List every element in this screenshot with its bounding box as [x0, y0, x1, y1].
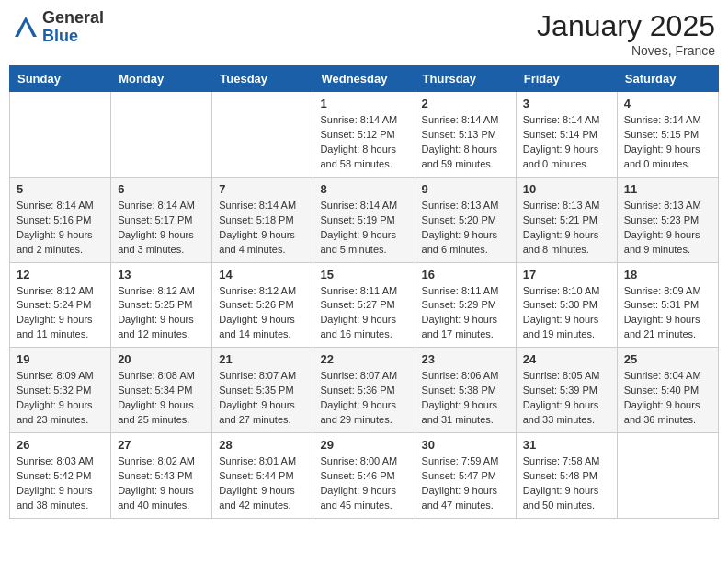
- calendar-cell: 17Sunrise: 8:10 AMSunset: 5:30 PMDayligh…: [516, 262, 617, 348]
- day-number: 17: [523, 268, 610, 282]
- day-header-thursday: Thursday: [415, 66, 516, 92]
- calendar-cell: 26Sunrise: 8:03 AMSunset: 5:42 PMDayligh…: [10, 433, 111, 519]
- day-info: Sunrise: 8:13 AMSunset: 5:21 PMDaylight:…: [523, 199, 610, 258]
- calendar-cell: 21Sunrise: 8:07 AMSunset: 5:35 PMDayligh…: [212, 348, 313, 433]
- day-info: Sunrise: 8:10 AMSunset: 5:30 PMDaylight:…: [523, 284, 610, 343]
- day-number: 14: [219, 268, 306, 282]
- day-number: 4: [624, 97, 711, 110]
- day-info: Sunrise: 8:14 AMSunset: 5:14 PMDaylight:…: [523, 113, 610, 172]
- day-header-monday: Monday: [111, 66, 212, 92]
- day-header-sunday: Sunday: [10, 66, 111, 92]
- day-number: 9: [422, 182, 509, 196]
- day-number: 31: [523, 438, 610, 452]
- day-number: 24: [523, 352, 610, 366]
- calendar-cell: 14Sunrise: 8:12 AMSunset: 5:26 PMDayligh…: [212, 262, 313, 348]
- title-block: January 2025 Noves, France: [537, 9, 715, 58]
- logo-general-text: General: [42, 8, 104, 27]
- logo: General Blue: [13, 9, 104, 46]
- day-info: Sunrise: 8:12 AMSunset: 5:26 PMDaylight:…: [219, 284, 306, 343]
- calendar-cell: 2Sunrise: 8:14 AMSunset: 5:13 PMDaylight…: [415, 92, 516, 178]
- day-number: 12: [17, 268, 104, 282]
- calendar-cell: [10, 92, 111, 178]
- calendar-week-1: 1Sunrise: 8:14 AMSunset: 5:12 PMDaylight…: [10, 92, 719, 178]
- calendar-cell: 11Sunrise: 8:13 AMSunset: 5:23 PMDayligh…: [617, 177, 718, 262]
- calendar-cell: 13Sunrise: 8:12 AMSunset: 5:25 PMDayligh…: [111, 262, 212, 348]
- day-info: Sunrise: 8:12 AMSunset: 5:25 PMDaylight:…: [118, 284, 205, 343]
- day-number: 10: [523, 182, 610, 196]
- day-number: 22: [320, 352, 407, 366]
- day-info: Sunrise: 8:14 AMSunset: 5:16 PMDaylight:…: [17, 199, 104, 258]
- day-info: Sunrise: 8:14 AMSunset: 5:19 PMDaylight:…: [320, 199, 407, 258]
- day-number: 30: [422, 438, 509, 452]
- calendar-cell: 4Sunrise: 8:14 AMSunset: 5:15 PMDaylight…: [617, 92, 718, 178]
- calendar-cell: 18Sunrise: 8:09 AMSunset: 5:31 PMDayligh…: [617, 262, 718, 348]
- day-info: Sunrise: 8:11 AMSunset: 5:27 PMDaylight:…: [320, 284, 407, 343]
- day-number: 19: [17, 352, 104, 366]
- day-number: 1: [320, 97, 407, 110]
- day-number: 2: [422, 97, 509, 110]
- calendar-cell: 31Sunrise: 7:58 AMSunset: 5:48 PMDayligh…: [516, 433, 617, 519]
- location: Noves, France: [537, 43, 715, 58]
- day-header-saturday: Saturday: [617, 66, 718, 92]
- calendar-cell: 10Sunrise: 8:13 AMSunset: 5:21 PMDayligh…: [516, 177, 617, 262]
- day-info: Sunrise: 8:04 AMSunset: 5:40 PMDaylight:…: [624, 369, 711, 428]
- day-info: Sunrise: 8:14 AMSunset: 5:18 PMDaylight:…: [219, 199, 306, 258]
- calendar-cell: 12Sunrise: 8:12 AMSunset: 5:24 PMDayligh…: [10, 262, 111, 348]
- day-info: Sunrise: 8:14 AMSunset: 5:15 PMDaylight:…: [624, 113, 711, 172]
- page-header: General Blue January 2025 Noves, France: [9, 9, 719, 58]
- calendar-week-5: 26Sunrise: 8:03 AMSunset: 5:42 PMDayligh…: [10, 433, 719, 519]
- day-info: Sunrise: 8:14 AMSunset: 5:12 PMDaylight:…: [320, 113, 407, 172]
- calendar-week-2: 5Sunrise: 8:14 AMSunset: 5:16 PMDaylight…: [10, 177, 719, 262]
- calendar-cell: 9Sunrise: 8:13 AMSunset: 5:20 PMDaylight…: [415, 177, 516, 262]
- day-info: Sunrise: 8:14 AMSunset: 5:17 PMDaylight:…: [118, 199, 205, 258]
- calendar-cell: 30Sunrise: 7:59 AMSunset: 5:47 PMDayligh…: [415, 433, 516, 519]
- day-info: Sunrise: 7:58 AMSunset: 5:48 PMDaylight:…: [523, 454, 610, 513]
- day-number: 11: [624, 182, 711, 196]
- day-info: Sunrise: 8:14 AMSunset: 5:13 PMDaylight:…: [422, 113, 509, 172]
- day-number: 29: [320, 438, 407, 452]
- day-info: Sunrise: 8:05 AMSunset: 5:39 PMDaylight:…: [523, 369, 610, 428]
- day-number: 15: [320, 268, 407, 282]
- calendar-week-4: 19Sunrise: 8:09 AMSunset: 5:32 PMDayligh…: [10, 348, 719, 433]
- day-info: Sunrise: 8:08 AMSunset: 5:34 PMDaylight:…: [118, 369, 205, 428]
- calendar-cell: 5Sunrise: 8:14 AMSunset: 5:16 PMDaylight…: [10, 177, 111, 262]
- calendar-cell: 6Sunrise: 8:14 AMSunset: 5:17 PMDaylight…: [111, 177, 212, 262]
- calendar-cell: 8Sunrise: 8:14 AMSunset: 5:19 PMDaylight…: [313, 177, 415, 262]
- day-number: 3: [523, 97, 610, 110]
- calendar-cell: 15Sunrise: 8:11 AMSunset: 5:27 PMDayligh…: [313, 262, 415, 348]
- calendar-cell: 7Sunrise: 8:14 AMSunset: 5:18 PMDaylight…: [212, 177, 313, 262]
- day-number: 23: [422, 352, 509, 366]
- logo-blue-text: Blue: [42, 27, 78, 45]
- day-info: Sunrise: 8:02 AMSunset: 5:43 PMDaylight:…: [118, 454, 205, 513]
- calendar-cell: 16Sunrise: 8:11 AMSunset: 5:29 PMDayligh…: [415, 262, 516, 348]
- day-number: 21: [219, 352, 306, 366]
- day-number: 18: [624, 268, 711, 282]
- calendar-header-row: SundayMondayTuesdayWednesdayThursdayFrid…: [10, 66, 719, 92]
- day-info: Sunrise: 8:09 AMSunset: 5:32 PMDaylight:…: [17, 369, 104, 428]
- day-info: Sunrise: 8:12 AMSunset: 5:24 PMDaylight:…: [17, 284, 104, 343]
- calendar-cell: [111, 92, 212, 178]
- day-info: Sunrise: 7:59 AMSunset: 5:47 PMDaylight:…: [422, 454, 509, 513]
- day-header-wednesday: Wednesday: [313, 66, 415, 92]
- calendar-cell: 24Sunrise: 8:05 AMSunset: 5:39 PMDayligh…: [516, 348, 617, 433]
- calendar-table: SundayMondayTuesdayWednesdayThursdayFrid…: [9, 65, 719, 519]
- day-number: 26: [17, 438, 104, 452]
- day-info: Sunrise: 8:13 AMSunset: 5:20 PMDaylight:…: [422, 199, 509, 258]
- calendar-cell: 1Sunrise: 8:14 AMSunset: 5:12 PMDaylight…: [313, 92, 415, 178]
- calendar-cell: 29Sunrise: 8:00 AMSunset: 5:46 PMDayligh…: [313, 433, 415, 519]
- day-info: Sunrise: 8:00 AMSunset: 5:46 PMDaylight:…: [320, 454, 407, 513]
- day-info: Sunrise: 8:06 AMSunset: 5:38 PMDaylight:…: [422, 369, 509, 428]
- day-header-tuesday: Tuesday: [212, 66, 313, 92]
- day-info: Sunrise: 8:13 AMSunset: 5:23 PMDaylight:…: [624, 199, 711, 258]
- logo-icon: [13, 15, 39, 40]
- calendar-cell: 28Sunrise: 8:01 AMSunset: 5:44 PMDayligh…: [212, 433, 313, 519]
- day-header-friday: Friday: [516, 66, 617, 92]
- day-info: Sunrise: 8:07 AMSunset: 5:35 PMDaylight:…: [219, 369, 306, 428]
- calendar-cell: 19Sunrise: 8:09 AMSunset: 5:32 PMDayligh…: [10, 348, 111, 433]
- day-info: Sunrise: 8:01 AMSunset: 5:44 PMDaylight:…: [219, 454, 306, 513]
- day-info: Sunrise: 8:09 AMSunset: 5:31 PMDaylight:…: [624, 284, 711, 343]
- calendar-cell: 3Sunrise: 8:14 AMSunset: 5:14 PMDaylight…: [516, 92, 617, 178]
- calendar-cell: [617, 433, 718, 519]
- calendar-week-3: 12Sunrise: 8:12 AMSunset: 5:24 PMDayligh…: [10, 262, 719, 348]
- day-info: Sunrise: 8:03 AMSunset: 5:42 PMDaylight:…: [17, 454, 104, 513]
